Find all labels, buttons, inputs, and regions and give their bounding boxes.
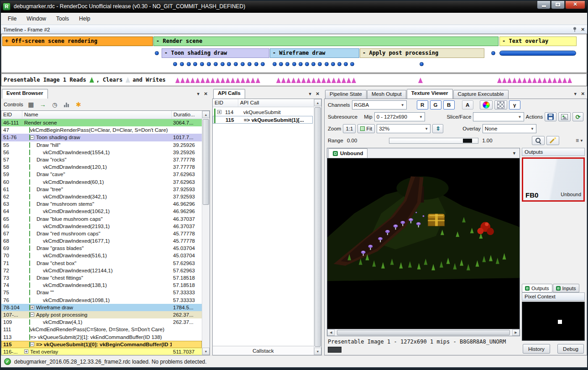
texture-tab-unbound[interactable]: Unbound	[328, 148, 368, 158]
tab-api-calls[interactable]: API Calls	[213, 89, 245, 99]
draw-call-dot[interactable]	[214, 62, 218, 66]
write-triangle-icon[interactable]	[557, 78, 562, 83]
write-triangle-icon[interactable]	[552, 78, 557, 83]
write-triangle-icon[interactable]	[532, 78, 537, 83]
event-row[interactable]: 69Draw "grass blades"45.03704	[1, 245, 202, 252]
event-row[interactable]: 75Draw ""57.33333	[1, 289, 202, 296]
scroll-right-icon[interactable]: ▶	[512, 329, 520, 336]
debug-button[interactable]: Debug	[557, 344, 584, 354]
open-image-button[interactable]	[558, 112, 571, 121]
fb0-thumbnail[interactable]: FB0 Unbound	[522, 157, 585, 202]
column-duration[interactable]: Duratio...	[172, 111, 202, 119]
expand-icon[interactable]: +	[24, 349, 28, 354]
close-button[interactable]: ✕	[565, 0, 585, 9]
event-row[interactable]: 76vkCmdDrawIndexed(1098,1)57.33333	[1, 297, 202, 304]
jump-to-eid-icon[interactable]: →	[39, 100, 47, 109]
write-triangle-icon[interactable]	[210, 78, 215, 83]
draw-call-dot[interactable]	[420, 62, 424, 66]
write-triangle-icon[interactable]	[331, 78, 336, 83]
expand-icon[interactable]: +	[30, 305, 34, 309]
pin-icon[interactable]	[572, 27, 577, 32]
event-row[interactable]: 73Draw "chest fittings"57.18518	[1, 274, 202, 281]
event-row[interactable]: 70vkCmdDrawIndexed(516,1)45.03704	[1, 252, 202, 259]
event-row[interactable]: 55Draw "hill"39.25926	[1, 141, 202, 149]
write-triangle-icon[interactable]	[286, 78, 291, 83]
event-row[interactable]: 56vkCmdDrawIndexed(1554,1)39.25926	[1, 149, 202, 156]
tab-texture-viewer[interactable]: Texture Viewer	[407, 89, 453, 99]
write-triangle-icon[interactable]	[562, 78, 567, 83]
column-eid[interactable]: EID	[213, 99, 238, 107]
zoom-fit-button[interactable]: Fit	[357, 124, 375, 133]
timeline-panel-header[interactable]: Timeline - Frame #2 ✕	[0, 25, 588, 34]
menu-file[interactable]: File	[3, 14, 21, 24]
tab-event-browser[interactable]: Event Browser	[2, 89, 48, 99]
event-row[interactable]: 57Draw "rocks"37.77778	[1, 156, 202, 163]
range-slider-handle[interactable]	[463, 139, 472, 143]
texture-list-dropdown-icon[interactable]: ▼	[509, 151, 520, 158]
column-name[interactable]: Name	[22, 111, 172, 119]
scroll-thumb[interactable]	[315, 107, 321, 347]
write-triangle-icon[interactable]	[418, 78, 423, 83]
range-autofit-button[interactable]	[546, 136, 559, 145]
write-triangle-icon[interactable]	[195, 78, 200, 83]
alpha-channel-button[interactable]: A	[462, 100, 473, 109]
event-row[interactable]: 60vkCmdDrawIndexed(60,1)37.62963	[1, 178, 202, 186]
event-row[interactable]: 116-...+Text overlay511.7037	[1, 348, 202, 355]
tab-mesh-output[interactable]: Mesh Output	[367, 90, 406, 99]
write-triangle-icon[interactable]	[220, 78, 225, 83]
collapse-icon[interactable]: −	[30, 313, 34, 317]
write-triangle-icon[interactable]	[311, 78, 316, 83]
menu-help[interactable]: Help	[74, 14, 95, 24]
draw-call-dot[interactable]	[331, 62, 335, 66]
event-row[interactable]: 111vkCmdEndRenderPass(C=Store, D=Store, …	[1, 326, 202, 333]
event-row[interactable]: 58vkCmdDrawIndexed(120,1)37.77778	[1, 163, 202, 171]
timeline-toggle-icon[interactable]: ▦	[27, 100, 35, 109]
stats-chart-icon[interactable]	[63, 100, 71, 109]
write-triangle-icon[interactable]	[497, 78, 502, 83]
panel-menu-icon[interactable]: ▼	[573, 92, 578, 96]
draw-call-dot[interactable]	[311, 62, 315, 66]
api-row[interactable]: +114vkQueueSubmit	[213, 108, 314, 116]
timeline-marker-bar[interactable]: - Apply post processing	[360, 48, 484, 58]
tab-inputs[interactable]: Inputs	[553, 284, 579, 292]
event-row[interactable]: 78-104+Wireframe draw1784.5...	[1, 304, 202, 311]
draw-call-dot[interactable]	[207, 62, 211, 66]
draw-call-dot[interactable]	[220, 62, 225, 66]
panel-menu-icon[interactable]: ▼	[196, 92, 200, 96]
draw-call-dot[interactable]	[344, 62, 348, 66]
timeline-marker-bar[interactable]: - Toon shading draw	[162, 48, 269, 58]
slice-face-combo[interactable]: ▼	[473, 112, 524, 121]
save-texture-button[interactable]	[545, 112, 556, 121]
draw-call-dot[interactable]	[273, 62, 277, 66]
write-triangle-icon[interactable]	[326, 78, 331, 83]
event-row[interactable]: 67Draw "red mushroom caps"45.77778	[1, 230, 202, 237]
collapse-icon[interactable]: −	[30, 135, 34, 140]
durations-clock-icon[interactable]: ◷	[51, 100, 59, 109]
write-triangle-icon[interactable]	[205, 78, 210, 83]
timeline-marker-bar[interactable]: - Text overlay	[499, 36, 577, 46]
write-triangle-icon[interactable]	[567, 78, 572, 83]
event-row[interactable]: 68vkCmdDrawIndexed(1677,1)45.77778	[1, 237, 202, 245]
event-row[interactable]: 64vkCmdDrawIndexed(1062,1)46.96296	[1, 208, 202, 215]
zoom-combo[interactable]: 32%▼	[377, 124, 430, 133]
bookmark-star-icon[interactable]: ✱	[74, 100, 83, 109]
timeline-marker-bar[interactable]: + Off-screen scene rendering	[2, 36, 153, 46]
write-triangle-icon[interactable]	[527, 78, 532, 83]
red-channel-button[interactable]: R	[417, 100, 428, 109]
api-calls-scrollbar[interactable]: ▲ ▼	[314, 99, 321, 355]
scroll-left-icon[interactable]: ◀	[327, 329, 335, 336]
panel-close-icon[interactable]: ✕	[204, 91, 208, 96]
draw-call-dot[interactable]	[180, 62, 184, 66]
panel-close-icon[interactable]: ✕	[316, 91, 320, 96]
write-triangle-icon[interactable]	[215, 78, 220, 83]
collapse-icon[interactable]: −	[30, 342, 34, 346]
history-button[interactable]: History	[523, 344, 550, 354]
write-triangle-icon[interactable]	[336, 78, 341, 83]
draw-call-dot[interactable]	[234, 62, 238, 66]
draw-call-dot[interactable]	[254, 62, 258, 66]
write-triangle-icon[interactable]	[296, 78, 301, 83]
draw-call-dot[interactable]	[337, 62, 341, 66]
draw-call-dot[interactable]	[173, 62, 177, 66]
scroll-down-icon[interactable]: ▼	[202, 348, 210, 355]
column-api-call[interactable]: API Call	[238, 99, 314, 107]
